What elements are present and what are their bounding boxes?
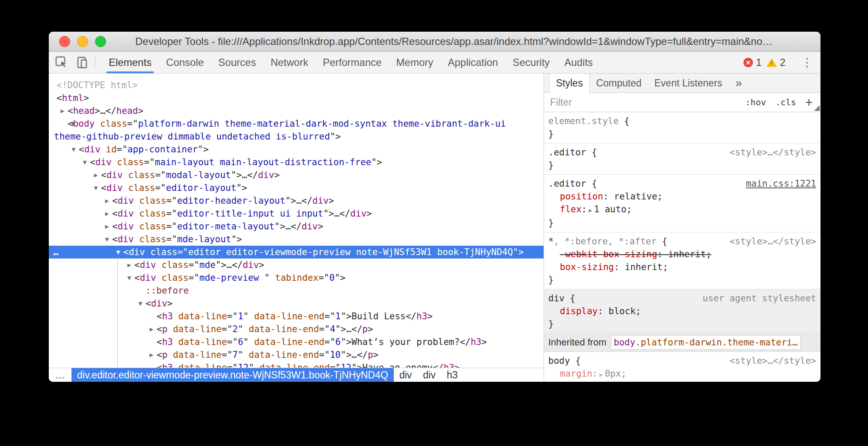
- dom-tree-row[interactable]: ▶<div class="editor-header-layout">…</di…: [49, 194, 544, 207]
- sidebar-tab-styles[interactable]: Styles: [549, 74, 590, 93]
- dom-tree-row[interactable]: ▶<div class="modal-layout">…</div>: [49, 169, 544, 181]
- css-declaration[interactable]: flex:▶1 auto;: [548, 203, 816, 217]
- code-token: div: [258, 170, 274, 180]
- stylesheet-source-link[interactable]: main.css:1221: [742, 177, 816, 190]
- class-toggle-button[interactable]: .cls: [771, 97, 801, 107]
- inherited-node-link[interactable]: body.platform-darwin.theme-materi…: [611, 335, 801, 350]
- tab-memory[interactable]: Memory: [389, 52, 441, 73]
- resize-grip[interactable]: [814, 105, 820, 111]
- dom-tree-row[interactable]: ▼<div>: [49, 297, 544, 310]
- code-token: body: [73, 119, 95, 129]
- dom-tree-row[interactable]: ▼<div class="mde-preview " tabindex="0">: [49, 271, 544, 284]
- tab-performance[interactable]: Performance: [315, 52, 389, 73]
- code-token: h3: [162, 311, 173, 321]
- device-toolbar-icon[interactable]: [75, 56, 89, 69]
- dom-tree-row[interactable]: ▼<div class="mde-layout">: [49, 233, 544, 246]
- sidebar-tab-computed[interactable]: Computed: [590, 74, 648, 92]
- css-declaration[interactable]: display: block;: [548, 305, 816, 318]
- breadcrumb-overflow-icon[interactable]: …: [49, 368, 71, 382]
- code-token: html: [62, 93, 84, 103]
- dom-tree-row[interactable]: ▼<div class="editor-layout">: [49, 181, 544, 194]
- collapse-arrow-icon[interactable]: ▼: [91, 181, 101, 194]
- hover-state-button[interactable]: :hov: [741, 97, 771, 107]
- tab-audits[interactable]: Audits: [557, 52, 600, 73]
- expand-arrow-icon[interactable]: ▶: [102, 207, 112, 220]
- css-selector[interactable]: element.style {: [548, 115, 630, 128]
- dom-tree-row[interactable]: ▼<div class="main-layout main-layout-dis…: [49, 156, 544, 169]
- dom-tree-row[interactable]: <h3 data-line="6" data-line-end="6">What…: [49, 336, 544, 348]
- dom-tree-row[interactable]: <html>: [49, 92, 544, 104]
- dom-tree-row[interactable]: ::before: [49, 284, 544, 297]
- css-declaration[interactable]: -webkit-box-sizing: inherit;: [548, 248, 816, 261]
- code-token: div: [118, 234, 134, 244]
- collapse-arrow-icon[interactable]: ▼: [124, 271, 134, 284]
- dom-tree-row[interactable]: ▼<div id="app-container">: [49, 143, 544, 156]
- tab-elements[interactable]: Elements: [101, 52, 159, 73]
- tab-console[interactable]: Console: [159, 52, 211, 73]
- code-token: div: [107, 183, 123, 193]
- collapse-arrow-icon[interactable]: ▼: [68, 143, 79, 156]
- css-selector[interactable]: *, *:before, *:after {: [548, 235, 667, 248]
- code-token: [145, 247, 151, 257]
- code-token: element.style: [548, 116, 618, 126]
- styles-filter-row[interactable]: Filter :hov .cls +: [544, 93, 820, 112]
- collapse-arrow-icon[interactable]: ▼: [102, 233, 112, 246]
- filter-input[interactable]: Filter: [550, 97, 741, 108]
- collapse-arrow-icon[interactable]: ▼: [80, 156, 90, 169]
- expand-arrow-icon[interactable]: ▶: [124, 259, 134, 271]
- kebab-menu-icon[interactable]: ⋮: [798, 56, 816, 69]
- css-declaration[interactable]: box-sizing: inherit;: [548, 261, 816, 274]
- collapse-arrow-icon[interactable]: ▼: [57, 117, 68, 130]
- expand-arrow-icon[interactable]: ▶: [57, 104, 68, 117]
- code-token: =": [222, 324, 232, 334]
- screenshot-canvas: { "window": { "title": "Developer Tools …: [0, 0, 868, 446]
- dom-tree-row[interactable]: ▼<body class="platform-darwin theme-mate…: [49, 117, 544, 143]
- css-selector[interactable]: div {: [548, 292, 575, 305]
- tab-security[interactable]: Security: [505, 52, 557, 73]
- dom-tree-row[interactable]: <h3 data-line="12" data-line-end="12">Ha…: [49, 361, 544, 368]
- expand-value-icon[interactable]: ▶: [587, 207, 594, 214]
- dom-tree-row[interactable]: ▶<p data-line="2" data-line-end="4">…</p…: [49, 323, 544, 336]
- breadcrumb-item[interactable]: div: [417, 368, 441, 382]
- css-selector[interactable]: .editor {: [548, 146, 597, 159]
- code-token: 0: [329, 273, 335, 283]
- expand-arrow-icon[interactable]: ▶: [102, 220, 112, 233]
- dom-tree-row[interactable]: ▼…<div class="editor editor-viewmode-pre…: [49, 246, 544, 259]
- css-declaration[interactable]: margin:▶0px;: [548, 367, 816, 381]
- inspect-element-icon[interactable]: [55, 56, 68, 69]
- breadcrumb-item[interactable]: h3: [441, 368, 464, 382]
- dom-tree-row[interactable]: ▶<div class="editor-title-input ui input…: [49, 207, 544, 220]
- dom-tree-row[interactable]: ▶<div class="mde">…</div>: [49, 259, 544, 271]
- breadcrumb-item[interactable]: div: [394, 368, 417, 382]
- code-token: <: [157, 337, 162, 347]
- expand-arrow-icon[interactable]: ▶: [102, 194, 112, 207]
- new-rule-button[interactable]: +: [801, 96, 814, 109]
- sidebar-more-tabs-icon[interactable]: »: [728, 74, 749, 92]
- close-button[interactable]: [59, 36, 70, 47]
- collapse-arrow-icon[interactable]: ▼: [135, 297, 146, 310]
- breadcrumb-item-selected[interactable]: div.editor.editor-viewmode-preview.note-…: [71, 368, 394, 382]
- dom-tree-row[interactable]: <h3 data-line="1" data-line-end="1">Buil…: [49, 310, 544, 323]
- minimize-button[interactable]: [77, 36, 88, 47]
- tab-application[interactable]: Application: [440, 52, 505, 73]
- tab-sources[interactable]: Sources: [211, 52, 263, 73]
- zoom-button[interactable]: [95, 36, 106, 47]
- expand-arrow-icon[interactable]: ▶: [146, 323, 157, 336]
- sidebar-tab-event-listeners[interactable]: Event Listeners: [648, 74, 729, 92]
- code-token: div: [350, 208, 366, 219]
- css-declaration[interactable]: padding:▶0px;: [548, 381, 816, 382]
- expand-arrow-icon[interactable]: ▶: [91, 169, 101, 181]
- css-selector[interactable]: body {: [548, 354, 581, 367]
- dom-tree-row[interactable]: ▶<div class="editor-meta-layout">…</div>: [49, 220, 544, 233]
- dom-tree-row[interactable]: ▶<head>…</head>: [49, 104, 544, 117]
- tab-network[interactable]: Network: [263, 52, 315, 73]
- error-badge[interactable]: ✕ 1: [743, 57, 761, 68]
- css-declaration[interactable]: position: relative;: [548, 190, 816, 203]
- dom-tree-row[interactable]: ▶<p data-line="7" data-line-end="10">…</…: [49, 348, 544, 361]
- collapse-arrow-icon[interactable]: ▼: [113, 246, 123, 259]
- expand-arrow-icon[interactable]: ▶: [146, 348, 157, 361]
- dom-tree-row[interactable]: <!DOCTYPE html>: [49, 79, 544, 92]
- css-selector[interactable]: .editor {: [548, 177, 597, 190]
- expand-value-icon[interactable]: ▶: [598, 371, 605, 378]
- warning-badge[interactable]: ! 2: [767, 57, 785, 68]
